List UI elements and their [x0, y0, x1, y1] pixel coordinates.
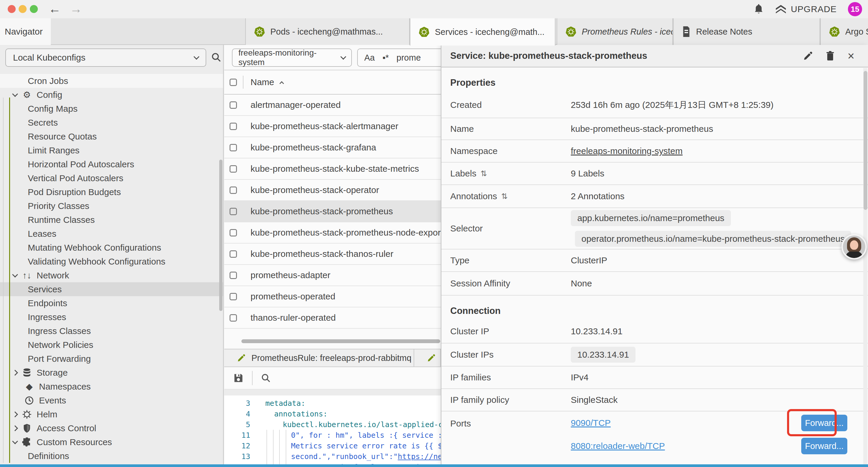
row-checkbox[interactable] [229, 208, 237, 215]
table-row[interactable]: kube-prometheus-stack-grafana [224, 137, 441, 158]
table-row-selected[interactable]: kube-prometheus-stack-prometheus [224, 201, 441, 222]
select-all-checkbox[interactable] [229, 79, 237, 86]
tab-prometheus-rules[interactable]: Prometheus Rules - icecheng... [557, 18, 673, 45]
match-case-toggle[interactable]: Aa [364, 53, 375, 63]
sidebar-item-config-maps[interactable]: Config Maps [0, 102, 223, 116]
back-arrow-icon[interactable]: ← [49, 2, 61, 16]
panel-scrollbar-thumb[interactable] [864, 71, 867, 210]
detail-row-selector: Selector app.kubernetes.io/name=promethe… [441, 207, 868, 249]
sidebar-group-config[interactable]: ⚙ Config [0, 88, 223, 102]
port-link-8080[interactable]: 8080:reloader-web/TCP [571, 441, 665, 451]
sidebar-item-pod-disruption-budgets[interactable]: Pod Disruption Budgets [0, 185, 223, 199]
row-checkbox[interactable] [229, 123, 237, 130]
editor-tab-prometheusrule[interactable]: PrometheusRule: freeleaps-prod-rabbitmq [224, 349, 414, 367]
kubeconfig-selector[interactable]: Local Kubeconfigs [5, 49, 206, 67]
table-row[interactable]: kube-prometheus-stack-alertmanager [224, 116, 441, 137]
navigator-panel-tab[interactable]: Navigator [0, 18, 51, 45]
search-icon[interactable] [211, 52, 222, 63]
sidebar-item-priority-classes[interactable]: Priority Classes [0, 199, 223, 213]
regex-toggle[interactable]: ▪* [382, 53, 389, 63]
search-input[interactable] [397, 53, 435, 63]
editor-toolbar [224, 367, 441, 389]
sidebar-group-storage[interactable]: Storage [0, 366, 223, 380]
sidebar-item-endpoints[interactable]: Endpoints [0, 296, 223, 310]
tab-release-notes[interactable]: Release Notes [673, 18, 820, 45]
sidebar-item-limit-ranges[interactable]: Limit Ranges [0, 143, 223, 157]
close-panel-icon[interactable]: × [848, 52, 855, 60]
row-checkbox[interactable] [229, 250, 237, 258]
sidebar-item-resource-quotas[interactable]: Resource Quotas [0, 129, 223, 143]
maximize-window-button[interactable] [30, 5, 38, 13]
notification-count-badge[interactable]: 15 [848, 2, 862, 16]
sidebar-item-ingress-classes[interactable]: Ingress Classes [0, 324, 223, 338]
bell-icon[interactable] [754, 4, 764, 15]
double-chevron-up-icon [775, 4, 787, 14]
sidebar-item-secrets[interactable]: Secrets [0, 116, 223, 129]
sidebar-item-definitions[interactable]: Definitions [0, 449, 223, 463]
sidebar-item-port-forwarding[interactable]: Port Forwarding [0, 352, 223, 366]
table-row[interactable]: kube-prometheus-stack-prometheus-node-ex… [224, 222, 441, 243]
sidebar-group-network[interactable]: ↑↓ Network [0, 268, 223, 282]
tab-pods[interactable]: Pods - icecheng@mathmas... [245, 18, 410, 45]
row-checkbox[interactable] [229, 144, 237, 151]
row-checkbox[interactable] [229, 101, 237, 109]
sidebar-item-runtime-classes[interactable]: Runtime Classes [0, 213, 223, 227]
scrollbar-thumb[interactable] [241, 339, 440, 343]
tab-services[interactable]: Services - icecheng@math... × [410, 18, 555, 46]
sidebar-item-services[interactable]: Services [0, 282, 223, 296]
row-checkbox[interactable] [229, 272, 237, 279]
sidebar-item-network-policies[interactable]: Network Policies [0, 338, 223, 352]
tab-argo[interactable]: Argo Se [820, 18, 868, 45]
sidebar-scrollbar[interactable] [219, 159, 222, 311]
row-checkbox[interactable] [229, 314, 237, 322]
sidebar-group-custom-resources[interactable]: Custom Resources [0, 435, 223, 449]
upgrade-button[interactable]: UPGRADE [775, 4, 837, 14]
yaml-editor[interactable]: 3metadata: 4annotations: 5kubectl.kubern… [224, 396, 441, 465]
table-row[interactable]: prometheus-operated [224, 286, 441, 308]
table-row[interactable]: alertmanager-operated [224, 95, 441, 116]
table-row[interactable]: kube-prometheus-stack-operator [224, 180, 441, 201]
user-avatar[interactable] [841, 234, 867, 260]
minimize-window-button[interactable] [19, 5, 27, 13]
forward-button[interactable]: Forward... [801, 415, 847, 431]
sidebar-item-leases[interactable]: Leases [0, 227, 223, 241]
port-link-9090[interactable]: 9090/TCP [571, 418, 611, 428]
table-row[interactable]: kube-prometheus-stack-kube-state-metrics [224, 158, 441, 180]
row-checkbox[interactable] [229, 165, 237, 173]
save-icon[interactable] [233, 373, 244, 383]
table-row[interactable]: prometheus-adapter [224, 265, 441, 286]
sidebar-item-events[interactable]: Events [0, 393, 223, 407]
editor-tab-partial[interactable] [414, 349, 441, 367]
editor-tab-bar: PrometheusRule: freeleaps-prod-rabbitmq [224, 349, 441, 367]
forward-arrow-icon[interactable]: → [70, 2, 82, 16]
row-checkbox[interactable] [229, 186, 237, 194]
sort-toggle-icon[interactable]: ⇅ [480, 169, 487, 178]
sidebar-item-mutating-webhook-configurations[interactable]: Mutating Webhook Configurations [0, 241, 223, 255]
detail-row-annotations: Annotations⇅ 2 Annotations [441, 184, 868, 207]
forward-button[interactable]: Forward... [801, 438, 847, 454]
close-window-button[interactable] [8, 5, 16, 13]
name-column-header[interactable]: Name [251, 77, 283, 87]
sidebar-item-namespaces[interactable]: ◆ Namespaces [0, 380, 223, 393]
sidebar-item-validating-webhook-configurations[interactable]: Validating Webhook Configurations [0, 255, 223, 268]
table-row[interactable]: kube-prometheus-stack-thanos-ruler [224, 243, 441, 265]
sidebar-item-ingresses[interactable]: Ingresses [0, 310, 223, 324]
namespace-selector[interactable]: freeleaps-monitoring-system [232, 49, 352, 67]
puzzle-piece-icon [22, 437, 32, 447]
sidebar-item-horizontal-pod-autoscalers[interactable]: Horizontal Pod Autoscalers [0, 157, 223, 171]
edit-pencil-icon[interactable] [803, 51, 813, 61]
namespace-link[interactable]: freeleaps-monitoring-system [571, 146, 682, 156]
sidebar-item-cron-jobs[interactable]: Cron Jobs [0, 74, 223, 88]
clock-icon [24, 396, 34, 405]
row-checkbox[interactable] [229, 293, 237, 300]
sidebar-item-vertical-pod-autoscalers[interactable]: Vertical Pod Autoscalers [0, 171, 223, 185]
editor-search-icon[interactable] [261, 373, 271, 383]
sidebar-group-access-control[interactable]: Access Control [0, 421, 223, 435]
sort-toggle-icon[interactable]: ⇅ [501, 192, 507, 201]
tab-strip: Navigator Pods - icecheng@mathmas... Ser… [0, 18, 868, 45]
sidebar-group-helm[interactable]: Helm [0, 407, 223, 421]
row-checkbox[interactable] [229, 229, 237, 236]
horizontal-scrollbar[interactable] [224, 339, 441, 344]
delete-trash-icon[interactable] [826, 51, 835, 61]
table-row[interactable]: thanos-ruler-operated [224, 308, 441, 329]
